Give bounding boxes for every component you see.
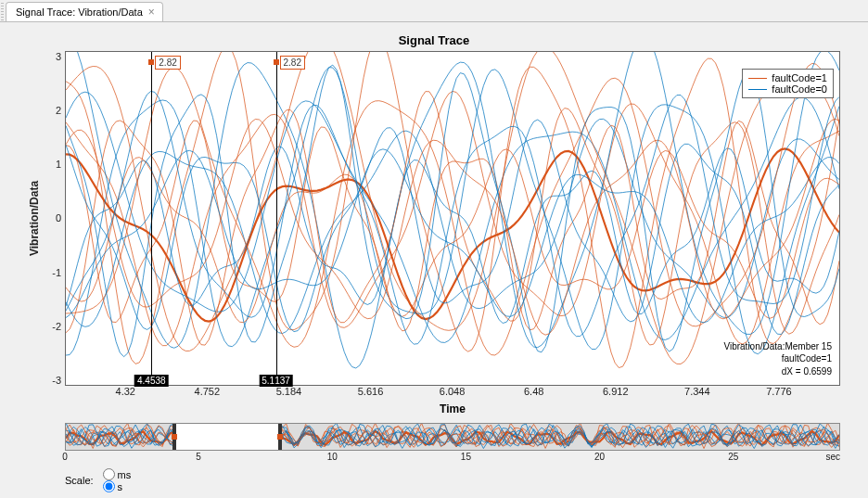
x-axis-label: Time xyxy=(65,402,840,415)
y-tick: 0 xyxy=(45,212,61,223)
y-axis-label: Vibration/Data xyxy=(28,51,45,386)
legend-label: faultCode=0 xyxy=(772,83,827,95)
chart-area: Vibration/Data 3210-1-2-3 faultCode=1fau… xyxy=(28,51,840,386)
y-tick: -1 xyxy=(45,267,61,278)
tab-bar: Signal Trace: Vibration/Data × xyxy=(0,0,868,22)
tab-signal-trace[interactable]: Signal Trace: Vibration/Data × xyxy=(6,2,163,21)
y-tick: -3 xyxy=(45,375,61,386)
x-tick: 7.344 xyxy=(684,386,710,397)
scale-option-ms[interactable]: ms xyxy=(103,468,132,480)
panner-ticks: 0510152025sec xyxy=(65,452,840,465)
x-tick: 7.776 xyxy=(766,386,792,397)
close-icon[interactable]: × xyxy=(148,6,155,18)
y-axis-ticks: 3210-1-2-3 xyxy=(45,51,65,386)
scale-label: Scale: xyxy=(65,475,94,486)
y-tick: 1 xyxy=(45,159,61,170)
panner-unit: sec xyxy=(825,452,840,462)
x-tick: 6.912 xyxy=(603,386,629,397)
panner: 0510152025sec xyxy=(65,423,840,465)
panner-tick: 5 xyxy=(196,452,201,462)
x-tick: 6.48 xyxy=(524,386,543,397)
legend-swatch xyxy=(748,78,767,79)
info-dx: dX = 0.6599 xyxy=(723,365,832,378)
panner-track[interactable] xyxy=(65,423,840,451)
info-member: Vibration/Data:Member 15 xyxy=(723,340,832,353)
scale-option-s[interactable]: s xyxy=(103,480,132,492)
chart-title: Signal Trace xyxy=(28,33,840,47)
legend-entry[interactable]: faultCode=1 xyxy=(748,72,827,83)
panner-tick: 15 xyxy=(461,452,471,462)
panner-tick: 0 xyxy=(62,452,68,462)
y-tick: -2 xyxy=(45,321,61,332)
scale-radio-s[interactable] xyxy=(103,480,115,492)
y-tick: 3 xyxy=(45,51,61,62)
panner-tick: 20 xyxy=(594,452,605,462)
panner-window[interactable] xyxy=(172,424,282,450)
chart-panel: Signal Trace Vibration/Data 3210-1-2-3 f… xyxy=(0,22,868,498)
plot-lines xyxy=(66,52,839,385)
panner-tick: 10 xyxy=(327,452,338,462)
legend-entry[interactable]: faultCode=0 xyxy=(748,83,827,95)
tab-title: Signal Trace: Vibration/Data xyxy=(16,6,143,18)
legend-label: faultCode=1 xyxy=(772,72,827,83)
x-tick: 6.048 xyxy=(440,386,466,397)
data-cursor[interactable] xyxy=(151,52,152,385)
x-axis-ticks: 4.324.7525.1845.6166.0486.486.9127.3447.… xyxy=(65,386,840,401)
info-box: Vibration/Data:Member 15 faultCode=1 dX … xyxy=(723,340,832,378)
peak-marker xyxy=(148,59,154,65)
scale-selector: Scale: ms s xyxy=(65,468,840,492)
panner-tick: 25 xyxy=(728,452,738,462)
peak-marker xyxy=(274,59,279,65)
peak-label: 2.82 xyxy=(155,56,180,70)
app-window: Signal Trace: Vibration/Data × Signal Tr… xyxy=(0,0,868,498)
legend[interactable]: faultCode=1faultCode=0 xyxy=(742,69,834,98)
legend-swatch xyxy=(748,89,767,90)
x-tick: 5.616 xyxy=(358,386,384,397)
info-code: faultCode=1 xyxy=(723,352,832,365)
x-tick: 5.184 xyxy=(276,386,302,397)
plot-area[interactable]: faultCode=1faultCode=0 Vibration/Data:Me… xyxy=(65,51,840,386)
y-tick: 2 xyxy=(45,105,61,116)
data-cursor[interactable] xyxy=(276,52,277,385)
scale-radio-ms[interactable] xyxy=(103,468,115,480)
peak-label: 2.82 xyxy=(280,56,305,70)
x-tick: 4.32 xyxy=(116,386,135,397)
x-tick: 4.752 xyxy=(195,386,221,397)
